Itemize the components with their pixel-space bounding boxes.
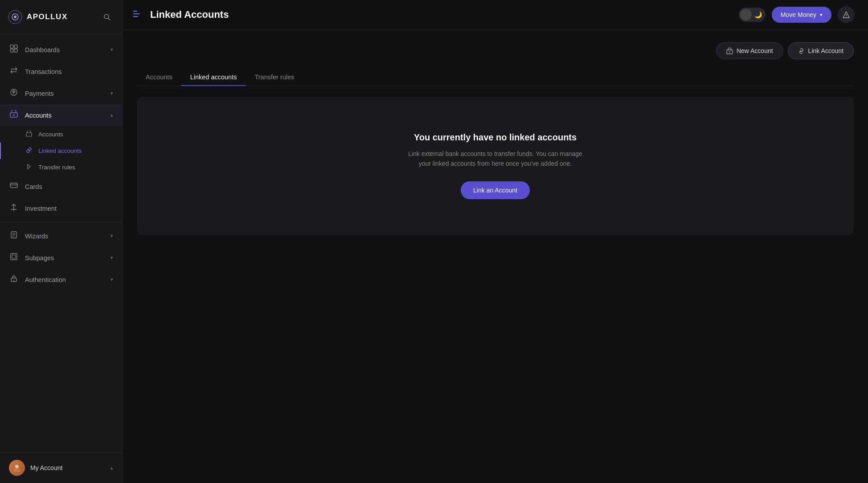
link-an-account-label: Link an Account	[473, 187, 517, 194]
my-account-label: My Account	[30, 464, 105, 471]
subpages-icon	[9, 253, 19, 263]
tab-transfer-rules[interactable]: Transfer rules	[246, 69, 303, 86]
subnav-linked-accounts-label: Linked accounts	[38, 147, 82, 154]
transfer-rules-icon	[25, 164, 33, 171]
move-money-button[interactable]: Move Money ▾	[772, 7, 831, 23]
empty-state-title: You currently have no linked accounts	[155, 132, 836, 143]
svg-rect-5	[14, 45, 17, 48]
theme-toggle[interactable]: 🌙	[739, 8, 766, 22]
accounts-icon	[9, 110, 19, 120]
sidebar-item-subpages[interactable]: Subpages ▾	[0, 247, 122, 269]
sidebar: APOLLUX Dashboards ▾	[0, 0, 123, 483]
dashboards-icon	[9, 45, 19, 55]
svg-line-3	[108, 18, 110, 20]
svg-marker-12	[28, 164, 30, 169]
menu-icon[interactable]	[133, 10, 142, 20]
chevron-down-icon: ▾	[111, 233, 113, 239]
svg-rect-7	[14, 49, 17, 52]
svg-rect-13	[10, 183, 17, 188]
subnav-accounts-label: Accounts	[38, 131, 63, 138]
tabs: Accounts Linked accounts Transfer rules	[137, 69, 854, 86]
empty-state-card: You currently have no linked accounts Li…	[137, 97, 854, 235]
cards-icon	[9, 181, 19, 192]
notification-button[interactable]	[838, 6, 855, 23]
svg-rect-19	[11, 254, 17, 260]
topbar: Linked Accounts 🌙 Move Money ▾	[123, 0, 868, 30]
sidebar-item-label: Transactions	[25, 68, 113, 75]
chevron-down-icon: ▾	[111, 47, 113, 53]
sidebar-nav: Dashboards ▾ Transactions Payments ▾	[0, 34, 122, 452]
accounts-subnav: Accounts Linked accounts Transfer rul	[0, 126, 122, 176]
chevron-down-icon: ▾	[111, 277, 113, 282]
sidebar-item-investment[interactable]: Investment	[0, 197, 122, 219]
svg-point-22	[13, 280, 14, 281]
payments-icon	[9, 88, 19, 98]
svg-point-23	[15, 465, 19, 468]
empty-state-description: Link external bank accounts to transfer …	[155, 149, 836, 169]
sidebar-item-accounts[interactable]: Accounts ▴	[0, 104, 122, 126]
logo-text: APOLLUX	[27, 12, 68, 21]
transactions-icon	[9, 66, 19, 77]
sidebar-item-authentication[interactable]: Authentication ▾	[0, 269, 122, 291]
sidebar-item-label: Cards	[25, 183, 113, 190]
sidebar-item-payments[interactable]: Payments ▾	[0, 82, 122, 104]
svg-rect-4	[10, 45, 13, 48]
subnav-transfer-rules-label: Transfer rules	[38, 164, 75, 171]
tab-linked-accounts[interactable]: Linked accounts	[181, 69, 246, 86]
svg-rect-6	[10, 49, 13, 52]
sidebar-item-label: Authentication	[25, 276, 104, 283]
subnav-transfer-rules[interactable]: Transfer rules	[0, 159, 122, 176]
link-account-label: Link Account	[808, 47, 843, 54]
subnav-linked-accounts[interactable]: Linked accounts	[0, 143, 122, 159]
chevron-down-icon: ▾	[111, 90, 113, 96]
main-content: Linked Accounts 🌙 Move Money ▾	[123, 0, 868, 483]
chevron-up-icon: ▴	[111, 465, 113, 471]
sidebar-item-label: Dashboards	[25, 46, 104, 53]
svg-rect-31	[729, 51, 730, 52]
toggle-off	[740, 9, 752, 20]
svg-point-29	[846, 16, 847, 17]
chevron-down-icon: ▾	[820, 12, 823, 18]
sidebar-item-cards[interactable]: Cards	[0, 176, 122, 197]
svg-rect-20	[12, 255, 16, 258]
sidebar-item-wizards[interactable]: Wizards ▾	[0, 225, 122, 247]
move-money-label: Move Money	[781, 11, 816, 18]
svg-rect-10	[13, 115, 15, 116]
svg-rect-11	[26, 133, 32, 136]
investment-icon	[9, 203, 19, 213]
chevron-down-icon: ▾	[111, 255, 113, 261]
page-content: New Account Link Account Accounts Linked…	[123, 30, 868, 483]
sidebar-item-label: Accounts	[25, 112, 104, 119]
my-account-footer[interactable]: My Account ▴	[0, 452, 122, 483]
sidebar-item-label: Subpages	[25, 254, 104, 262]
new-account-label: New Account	[737, 47, 773, 54]
link-account-button[interactable]: Link Account	[788, 42, 854, 59]
wizards-icon	[9, 231, 19, 241]
tab-accounts[interactable]: Accounts	[137, 69, 181, 86]
content-header: New Account Link Account	[137, 42, 854, 59]
sidebar-item-label: Investment	[25, 205, 113, 212]
sidebar-item-transactions[interactable]: Transactions	[0, 61, 122, 82]
new-account-button[interactable]: New Account	[716, 42, 783, 59]
link-icon	[25, 147, 33, 155]
authentication-icon	[9, 274, 19, 285]
subnav-accounts[interactable]: Accounts	[0, 126, 122, 143]
accounts-sub-icon	[25, 131, 33, 138]
nav-divider	[0, 222, 122, 222]
sidebar-item-label: Wizards	[25, 233, 104, 240]
sidebar-item-dashboards[interactable]: Dashboards ▾	[0, 39, 122, 61]
page-title: Linked Accounts	[150, 9, 733, 20]
svg-point-1	[14, 16, 16, 18]
sidebar-item-label: Payments	[25, 90, 104, 97]
moon-icon: 🌙	[753, 9, 764, 20]
logo-area: APOLLUX	[0, 0, 122, 34]
link-an-account-button[interactable]: Link an Account	[461, 181, 530, 199]
avatar	[9, 460, 25, 476]
search-button[interactable]	[101, 11, 113, 23]
chevron-up-icon: ▴	[111, 112, 113, 118]
logo-icon	[8, 10, 22, 24]
